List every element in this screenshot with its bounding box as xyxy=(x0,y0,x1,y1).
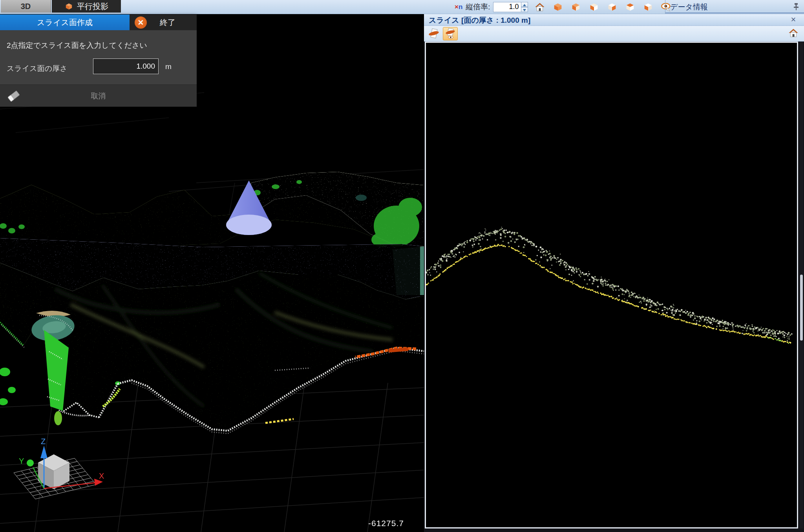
scale-spin-up[interactable] xyxy=(521,2,528,7)
slice-panel-header: スライス [面の厚さ : 1.000 m] × xyxy=(424,14,804,26)
app-window: 3D 平行投影 ×n 縦倍率: xyxy=(0,0,804,532)
data-info-panel-header: データ情報 xyxy=(665,0,804,14)
data-info-underline xyxy=(665,13,804,13)
cube-top-icon xyxy=(552,2,563,13)
view-cube-left-button[interactable] xyxy=(587,1,601,13)
upper-terrain-band xyxy=(0,172,424,250)
tab-3d-label: 3D xyxy=(21,2,31,11)
slice-profile-plot xyxy=(426,43,797,527)
tab-parallel-label: 平行投影 xyxy=(77,1,108,12)
thickness-input[interactable] xyxy=(93,58,159,74)
slice-panel-close-button[interactable]: × xyxy=(788,15,799,25)
slice-view-toggle-button[interactable] xyxy=(443,27,458,40)
cancel-button[interactable]: 取消 xyxy=(0,85,197,107)
axis-label-z: Z xyxy=(41,437,46,446)
vertical-scale-icon: ×n xyxy=(455,3,462,11)
cube-front-icon xyxy=(570,2,581,13)
scale-spin-down[interactable] xyxy=(521,7,528,12)
slice-plane-icon xyxy=(428,28,440,40)
vertical-scale-label: 縦倍率: xyxy=(466,2,490,12)
slice-scrollbar-thumb[interactable] xyxy=(800,275,803,341)
eraser-icon xyxy=(5,88,22,104)
pin-icon[interactable] xyxy=(792,2,800,11)
cube-left-icon xyxy=(588,2,599,13)
view-cube-back-button[interactable] xyxy=(623,1,637,13)
cube-bottom-icon xyxy=(643,2,654,13)
dialog-header: スライス面作成 ✕ 終了 xyxy=(0,15,197,30)
data-info-label: データ情報 xyxy=(670,2,708,12)
axis-label-y: Y xyxy=(19,457,24,465)
dialog-exit-button[interactable]: ✕ 終了 xyxy=(130,15,197,30)
coordinate-readout: -61275.7 xyxy=(368,519,404,528)
thickness-label: スライス面の厚さ xyxy=(7,64,68,74)
thickness-unit: m xyxy=(165,62,172,71)
eraser-tool-button[interactable] xyxy=(4,87,24,105)
home-icon xyxy=(788,27,799,38)
top-toolbar: 3D 平行投影 ×n 縦倍率: xyxy=(0,0,804,14)
home-view-button[interactable] xyxy=(533,1,547,13)
home-icon xyxy=(534,2,545,13)
slice-panel-toolbar xyxy=(424,26,804,42)
exit-label: 終了 xyxy=(160,17,175,28)
view-cube-front-button[interactable] xyxy=(569,1,583,13)
close-icon[interactable]: ✕ xyxy=(135,16,147,29)
tab-3d[interactable]: 3D xyxy=(1,0,51,13)
view-controls: ×n 縦倍率: xyxy=(455,0,677,14)
3d-viewport[interactable]: Z Y X -61275.7 スライス面作成 ✕ 終了 2点指定でスライス面を入… xyxy=(0,14,424,532)
slice-panel-title: スライス [面の厚さ : 1.000 m] xyxy=(429,15,530,26)
axis-gizmo: Z Y X xyxy=(14,437,104,499)
view-cube-top-button[interactable] xyxy=(551,1,565,13)
dialog-footer: 取消 xyxy=(0,84,197,107)
slice-plane-button[interactable] xyxy=(426,27,441,40)
view-cube-right-button[interactable] xyxy=(605,1,619,13)
dialog-title: スライス面作成 xyxy=(0,15,130,30)
slice-scrollbar xyxy=(800,42,803,528)
dialog-instruction: 2点指定でスライス面を入力してください xyxy=(7,40,147,51)
tab-parallel-projection[interactable]: 平行投影 xyxy=(52,0,121,13)
axis-label-x: X xyxy=(99,472,104,480)
cube-right-icon xyxy=(607,2,618,13)
vertical-scale-input[interactable] xyxy=(493,2,521,12)
slice-view-icon xyxy=(444,28,457,40)
slice-creation-dialog: スライス面作成 ✕ 終了 2点指定でスライス面を入力してください スライス面の厚… xyxy=(0,15,197,107)
slice-profile-viewport[interactable] xyxy=(425,42,798,528)
cube-back-icon xyxy=(625,2,636,13)
view-cube-bottom-button[interactable] xyxy=(641,1,655,13)
slice-home-button[interactable] xyxy=(788,27,801,40)
slice-panel: スライス [面の厚さ : 1.000 m] × xyxy=(424,14,804,532)
cube-icon xyxy=(64,2,73,11)
